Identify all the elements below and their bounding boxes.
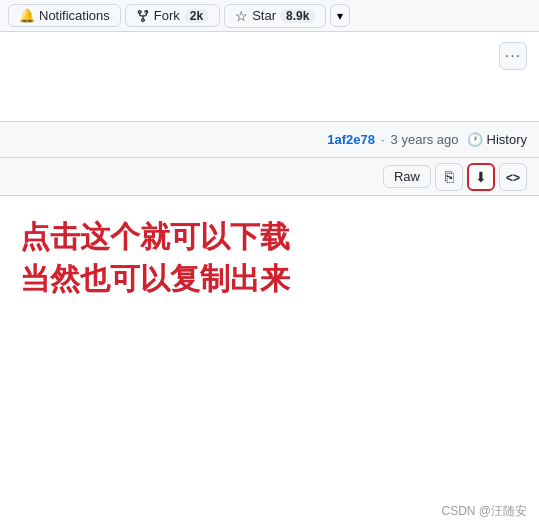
fork-label: Fork: [154, 8, 180, 23]
bell-icon: [19, 8, 35, 23]
fork-count: 2k: [184, 9, 209, 23]
watermark: CSDN @汪随安: [441, 503, 527, 520]
annotation-line2: 当然也可以复制出来: [20, 258, 519, 300]
commit-time: 3 years ago: [391, 132, 459, 147]
more-menu-button[interactable]: [499, 42, 527, 70]
fork-icon: [136, 9, 150, 23]
notifications-button[interactable]: Notifications: [8, 4, 121, 27]
code-icon: [506, 169, 520, 185]
download-icon: [475, 169, 487, 185]
notifications-label: Notifications: [39, 8, 110, 23]
commit-sha[interactable]: 1af2e78: [327, 132, 375, 147]
commit-row: 1af2e78 · 3 years ago History: [0, 122, 539, 158]
raw-button[interactable]: Raw: [383, 165, 431, 188]
top-bar: Notifications Fork 2k Star 8.9k: [0, 0, 539, 32]
star-count: 8.9k: [280, 9, 315, 23]
star-button[interactable]: Star 8.9k: [224, 4, 326, 28]
download-button[interactable]: [467, 163, 495, 191]
annotation-text: 点击这个就可以下载 当然也可以复制出来: [20, 216, 519, 300]
star-label: Star: [252, 8, 276, 23]
history-label: History: [487, 132, 527, 147]
fork-button[interactable]: Fork 2k: [125, 4, 220, 27]
dots-icon: [505, 47, 521, 65]
spacer-section: [0, 32, 539, 122]
chevron-down-icon: [337, 8, 343, 23]
copy-icon: [445, 168, 454, 185]
file-actions-row: Raw: [0, 158, 539, 196]
history-icon: [467, 132, 483, 147]
copy-button[interactable]: [435, 163, 463, 191]
commit-separator: ·: [381, 132, 385, 147]
history-button[interactable]: History: [467, 132, 527, 147]
code-view-button[interactable]: [499, 163, 527, 191]
star-icon: [235, 8, 248, 24]
annotation-line1: 点击这个就可以下载: [20, 216, 519, 258]
commit-info: 1af2e78 · 3 years ago: [327, 132, 458, 147]
annotation-area: 点击这个就可以下载 当然也可以复制出来: [0, 196, 539, 396]
dropdown-button[interactable]: [330, 4, 350, 27]
raw-label: Raw: [394, 169, 420, 184]
watermark-text: CSDN @汪随安: [441, 504, 527, 518]
